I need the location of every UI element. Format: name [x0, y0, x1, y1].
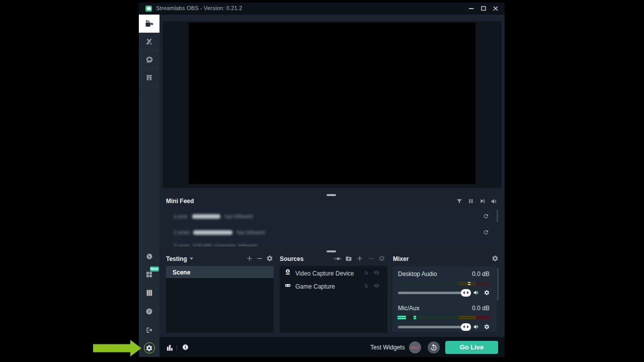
svg-text:?: ? [148, 309, 150, 314]
